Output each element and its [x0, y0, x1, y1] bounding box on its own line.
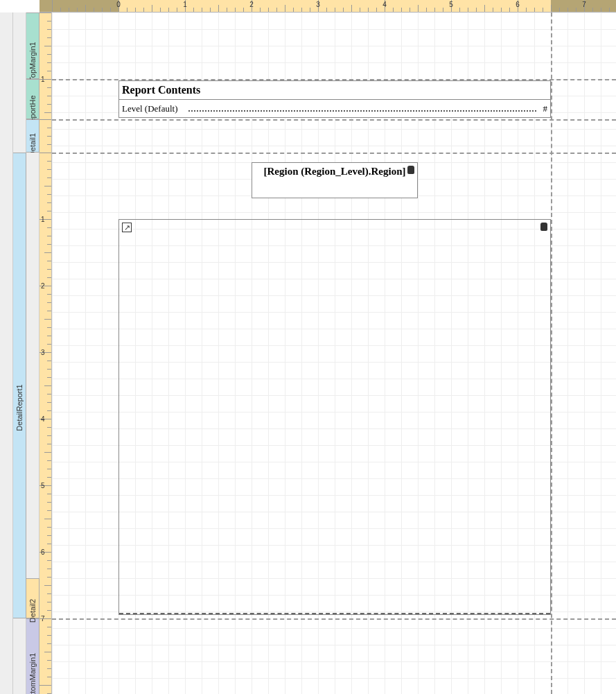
band-divider[interactable]	[52, 618, 616, 620]
v-ruler-number: 1	[41, 215, 45, 223]
h-ruler-number: 6	[516, 1, 520, 8]
toc-page-marker: #	[543, 103, 548, 114]
h-ruler-number: 1	[183, 1, 187, 8]
report-header-divider	[119, 99, 550, 100]
subreport-bottom-dashed	[119, 613, 550, 614]
band-header-detail2[interactable]: Detail2	[26, 578, 39, 618]
smart-tag-icon[interactable]	[540, 223, 547, 231]
band-header-topmargin1[interactable]: TopMargin1	[26, 12, 39, 79]
v-ruler-number: 3	[41, 348, 45, 356]
h-ruler-number: 0	[116, 1, 121, 8]
region-binding-box[interactable]: [Region (Region_Level).Region]	[252, 162, 418, 198]
toc-leader-dots	[188, 110, 536, 112]
horizontal-ruler[interactable]: 01234567	[39, 0, 616, 12]
h-ruler-number: 2	[249, 1, 254, 8]
v-ruler-number: 6	[41, 548, 45, 555]
band-divider[interactable]	[52, 119, 616, 121]
report-title-label: Report Contents	[122, 84, 200, 96]
paper-right-edge	[551, 12, 552, 694]
band-label: Detail2	[28, 598, 37, 622]
band-header-bottommargin1[interactable]: BottomMargin1	[26, 618, 39, 694]
band-label: TopMargin1	[28, 42, 37, 81]
band-header-detailreport1[interactable]: DetailReport1	[13, 153, 26, 618]
band-label: BottomMargin1	[28, 653, 37, 695]
report-header-box[interactable]: Report Contents Level (Default) #	[118, 80, 551, 118]
v-ruler-number: 5	[41, 481, 45, 489]
h-ruler-number: 3	[316, 1, 320, 8]
region-binding-text: [Region (Region_Level).Region]	[264, 166, 406, 177]
expand-icon[interactable]	[122, 223, 132, 232]
band-divider[interactable]	[52, 153, 616, 154]
band-header-reportheader[interactable]: ReportHe	[26, 79, 39, 119]
vertical-ruler[interactable]: 11234567	[39, 12, 52, 694]
v-ruler-number: 2	[41, 281, 45, 289]
band-label: DetailReport1	[15, 384, 24, 431]
h-ruler-number: 5	[449, 1, 453, 8]
h-ruler-number: 7	[582, 1, 586, 8]
design-surface[interactable]: Report Contents Level (Default) # [Regio…	[52, 12, 616, 694]
toc-level-label: Level (Default)	[122, 103, 177, 114]
h-ruler-number: 4	[382, 1, 387, 8]
smart-tag-icon[interactable]	[407, 166, 414, 174]
subreport-placeholder[interactable]	[118, 219, 551, 615]
band-divider[interactable]	[52, 79, 616, 80]
v-ruler-number: 4	[41, 415, 45, 422]
band-label-columns: DetailReport1 TopMargin1ReportHeDetail1B…	[0, 12, 39, 694]
band-header-detail1[interactable]: Detail1	[26, 119, 39, 153]
